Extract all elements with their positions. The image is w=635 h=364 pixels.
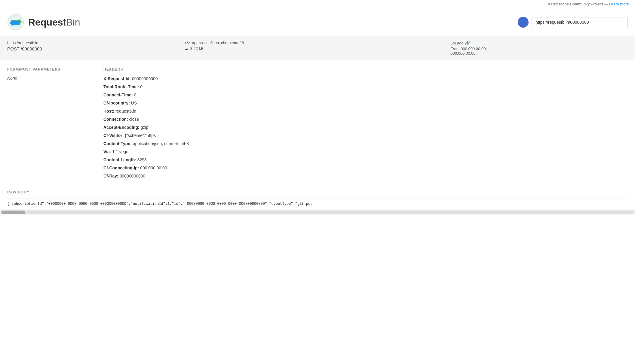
from-label: From — [450, 47, 459, 51]
headers-title: HEADERS — [103, 67, 628, 71]
request-bar: https://requestb.in POST /00000000 </> a… — [0, 36, 635, 60]
header-item: Host: requestb.in — [103, 108, 628, 114]
request-method: POST — [7, 46, 20, 51]
content-type-line: </> application/json; charset=utf-8 — [185, 41, 451, 45]
logo-request: Request — [28, 17, 66, 28]
header-item: Accept-Encoding: gzip — [103, 124, 628, 131]
headers-col: HEADERS X-Request-Id: 00000000000Total-R… — [103, 67, 628, 181]
scrollbar-track[interactable] — [1, 211, 634, 214]
top-banner: A Runscope Community Project — Learn mor… — [0, 0, 635, 8]
request-path: /00000000 — [21, 46, 42, 51]
request-method-path: POST /00000000 — [7, 46, 185, 51]
url-indicator-dot — [518, 17, 529, 28]
header-item: Content-Type: application/json; charset=… — [103, 141, 628, 147]
two-col-layout: FORM/POST PARAMETERS None HEADERS X-Requ… — [7, 67, 628, 181]
header-item: Content-Length: 3293 — [103, 157, 628, 163]
time-ago-value: 5m ago — [450, 41, 463, 45]
banner-text: A Runscope Community Project — — [548, 2, 609, 6]
header-item: Cf-Ray: 00000000000 — [103, 173, 628, 179]
url-bar — [518, 17, 628, 28]
scrollbar-thumb[interactable] — [1, 211, 25, 214]
size-value: 3.22 kB — [190, 46, 204, 51]
form-post-title: FORM/POST PARAMETERS — [7, 67, 91, 71]
header-item: Cf-Ipcountry: US — [103, 100, 628, 106]
header-item: Total-Route-Time: 0 — [103, 84, 628, 90]
from-ip1: 000.000.00.00, — [461, 47, 487, 51]
link-icon: 🔗 — [465, 41, 470, 45]
horizontal-scrollbar[interactable] — [0, 209, 635, 215]
request-method-col: https://requestb.in POST /00000000 — [7, 41, 185, 51]
size-icon: ☁ — [185, 46, 189, 51]
header-item: Connection: close — [103, 116, 628, 123]
logo-bin: Bin — [66, 17, 80, 28]
raw-body-content[interactable]: {"subscriptionId":"00000000-0000-0000-00… — [7, 199, 628, 209]
raw-body-section: RAW BODY {"subscriptionId":"00000000-000… — [7, 190, 628, 209]
main-content: FORM/POST PARAMETERS None HEADERS X-Requ… — [0, 60, 635, 209]
from-line-2: 000.000.00.00 — [450, 51, 628, 56]
content-type-icon: </> — [185, 41, 190, 45]
content-type-value: application/json; charset=utf-8 — [192, 41, 244, 45]
header: RequestBin — [0, 8, 635, 36]
logo-area: RequestBin — [7, 14, 80, 31]
from-ip2: 000.000.00.00 — [450, 51, 475, 56]
learn-more-link[interactable]: Learn more — [609, 2, 629, 6]
header-item: Cf-Visitor: {"scheme":"https"} — [103, 132, 628, 139]
headers-list: X-Request-Id: 00000000000Total-Route-Tim… — [103, 76, 628, 179]
requestbin-logo-icon — [7, 14, 24, 31]
header-item: Connect-Time: 0 — [103, 92, 628, 98]
form-post-col: FORM/POST PARAMETERS None — [7, 67, 91, 181]
raw-body-title: RAW BODY — [7, 190, 628, 194]
from-line: From 000.000.00.00, — [450, 47, 628, 51]
header-item: Cf-Connecting-Ip: 000.000.00.00 — [103, 165, 628, 171]
header-item: Via: 1.1 vegur — [103, 149, 628, 155]
header-item: X-Request-Id: 00000000000 — [103, 76, 628, 82]
request-content-col: </> application/json; charset=utf-8 ☁ 3.… — [185, 41, 451, 51]
time-ago-line: 5m ago 🔗 — [450, 41, 628, 45]
size-line: ☁ 3.22 kB — [185, 46, 451, 51]
logo-text: RequestBin — [28, 17, 80, 28]
form-post-value: None — [7, 76, 91, 80]
request-time-col: 5m ago 🔗 From 000.000.00.00, 000.000.00.… — [450, 41, 628, 56]
url-input[interactable] — [532, 17, 628, 27]
request-url: https://requestb.in — [7, 41, 185, 45]
